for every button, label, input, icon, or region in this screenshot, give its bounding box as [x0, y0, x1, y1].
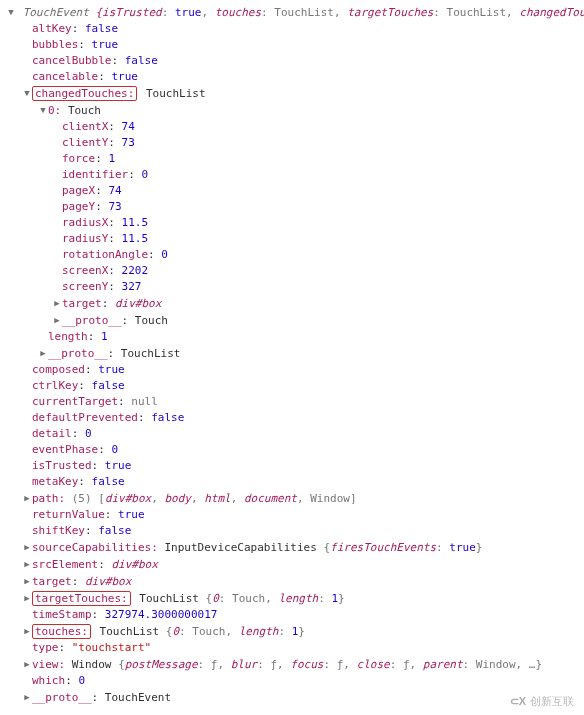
prop-isTrusted[interactable]: isTrusted: true	[0, 458, 584, 474]
collapse-arrow-icon[interactable]: ▶	[22, 656, 32, 672]
prop-sourceCapabilities[interactable]: ▶sourceCapabilities: InputDeviceCapabili…	[0, 539, 584, 556]
prop-rotationAngle[interactable]: rotationAngle: 0	[0, 247, 584, 263]
class-name: InputDeviceCapabilities	[164, 541, 316, 554]
prop-key: timeStamp	[32, 608, 92, 621]
prop-proto[interactable]: ▶__proto__: TouchEvent	[0, 689, 584, 706]
collapse-arrow-icon[interactable]: ▶	[38, 345, 48, 361]
class-name: TouchList	[139, 592, 199, 605]
prop-view[interactable]: ▶view: Window {postMessage: ƒ, blur: ƒ, …	[0, 656, 584, 673]
prop-key: rotationAngle	[62, 248, 148, 261]
prop-value: 11.5	[122, 232, 149, 245]
prop-screenY[interactable]: screenY: 327	[0, 279, 584, 295]
prop-value: 327	[122, 280, 142, 293]
prop-target[interactable]: ▶target: div#box	[0, 295, 584, 312]
prop-type[interactable]: type: "touchstart"	[0, 640, 584, 656]
prop-defaultPrevented[interactable]: defaultPrevented: false	[0, 410, 584, 426]
expand-arrow-icon[interactable]: ▼	[22, 85, 32, 101]
prop-changedTouches[interactable]: ▼changedTouches: TouchList	[0, 85, 584, 102]
prop-pageX[interactable]: pageX: 74	[0, 183, 584, 199]
prop-clientY[interactable]: clientY: 73	[0, 135, 584, 151]
prop-value: true	[92, 38, 119, 51]
array-preview: [div#box, body, html, document, Window]	[98, 492, 356, 505]
prop-key: currentTarget	[32, 395, 118, 408]
prop-which[interactable]: which: 0	[0, 673, 584, 689]
prop-length[interactable]: length: 1	[0, 329, 584, 345]
prop-key: detail	[32, 427, 72, 440]
prop-cancelBubble[interactable]: cancelBubble: false	[0, 53, 584, 69]
collapse-arrow-icon[interactable]: ▶	[52, 295, 62, 311]
object-preview: {0: Touch, length: 1}	[206, 592, 345, 605]
prop-proto[interactable]: ▶__proto__: Touch	[0, 312, 584, 329]
collapse-arrow-icon[interactable]: ▶	[22, 539, 32, 555]
collapse-arrow-icon[interactable]: ▶	[22, 556, 32, 572]
prop-target[interactable]: ▶target: div#box	[0, 573, 584, 590]
prop-timeStamp[interactable]: timeStamp: 327974.3000000017	[0, 607, 584, 623]
prop-key: target	[32, 575, 72, 588]
prop-composed[interactable]: composed: true	[0, 362, 584, 378]
prop-value: div#box	[115, 297, 161, 310]
collapse-arrow-icon[interactable]: ▶	[52, 312, 62, 328]
prop-key: __proto__	[32, 691, 92, 704]
prop-srcElement[interactable]: ▶srcElement: div#box	[0, 556, 584, 573]
prop-key: touches:	[35, 625, 88, 638]
prop-value: true	[98, 363, 125, 376]
prop-metaKey[interactable]: metaKey: false	[0, 474, 584, 490]
prop-key: defaultPrevented	[32, 411, 138, 424]
prop-detail[interactable]: detail: 0	[0, 426, 584, 442]
prop-key: pageY	[62, 200, 95, 213]
collapse-arrow-icon[interactable]: ▶	[22, 590, 32, 606]
prop-shiftKey[interactable]: shiftKey: false	[0, 523, 584, 539]
prop-key: __proto__	[62, 314, 122, 327]
watermark-text: 创新互联	[530, 693, 574, 709]
array-count: (5)	[72, 492, 92, 505]
collapse-arrow-icon[interactable]: ▶	[22, 623, 32, 639]
prop-proto[interactable]: ▶__proto__: TouchList	[0, 345, 584, 362]
prop-key: radiusX	[62, 216, 108, 229]
collapse-arrow-icon[interactable]: ▶	[22, 490, 32, 506]
prop-identifier[interactable]: identifier: 0	[0, 167, 584, 183]
prop-key: srcElement	[32, 558, 98, 571]
prop-key: altKey	[32, 22, 72, 35]
prop-ctrlKey[interactable]: ctrlKey: false	[0, 378, 584, 394]
prop-targetTouches[interactable]: ▶targetTouches: TouchList {0: Touch, len…	[0, 590, 584, 607]
prop-value: 0	[85, 427, 92, 440]
prop-value: false	[92, 475, 125, 488]
expand-arrow-icon[interactable]: ▼	[6, 4, 16, 20]
prop-value: false	[151, 411, 184, 424]
prop-altKey[interactable]: altKey: false	[0, 21, 584, 37]
collapse-arrow-icon[interactable]: ▶	[22, 689, 32, 705]
prop-bubbles[interactable]: bubbles: true	[0, 37, 584, 53]
prop-radiusY[interactable]: radiusY: 11.5	[0, 231, 584, 247]
touchlist-item-0[interactable]: ▼0: Touch	[0, 102, 584, 119]
prop-force[interactable]: force: 1	[0, 151, 584, 167]
prop-pageY[interactable]: pageY: 73	[0, 199, 584, 215]
prop-value: true	[105, 459, 132, 472]
prop-value: true	[111, 70, 138, 83]
prop-key: pageX	[62, 184, 95, 197]
prop-path[interactable]: ▶path: (5) [div#box, body, html, documen…	[0, 490, 584, 507]
prop-key: isTrusted	[32, 459, 92, 472]
prop-value: 73	[122, 136, 135, 149]
prop-clientX[interactable]: clientX: 74	[0, 119, 584, 135]
prop-value: 327974.3000000017	[105, 608, 218, 621]
expand-arrow-icon[interactable]: ▼	[38, 102, 48, 118]
prop-currentTarget[interactable]: currentTarget: null	[0, 394, 584, 410]
prop-radiusX[interactable]: radiusX: 11.5	[0, 215, 584, 231]
prop-value: 11.5	[122, 216, 149, 229]
prop-value: TouchList	[121, 347, 181, 360]
prop-cancelable[interactable]: cancelable: true	[0, 69, 584, 85]
prop-key: view:	[32, 658, 65, 671]
prop-key: 0:	[48, 104, 61, 117]
prop-eventPhase[interactable]: eventPhase: 0	[0, 442, 584, 458]
prop-touches[interactable]: ▶touches: TouchList {0: Touch, length: 1…	[0, 623, 584, 640]
prop-value: 2202	[122, 264, 149, 277]
prop-key: which	[32, 674, 65, 687]
tree-root[interactable]: ▼ TouchEvent {isTrusted: true, touches: …	[0, 4, 584, 21]
prop-value: 0	[78, 674, 85, 687]
prop-value: 0	[161, 248, 168, 261]
prop-key: metaKey	[32, 475, 78, 488]
collapse-arrow-icon[interactable]: ▶	[22, 573, 32, 589]
prop-value: true	[118, 508, 145, 521]
prop-returnValue[interactable]: returnValue: true	[0, 507, 584, 523]
prop-screenX[interactable]: screenX: 2202	[0, 263, 584, 279]
